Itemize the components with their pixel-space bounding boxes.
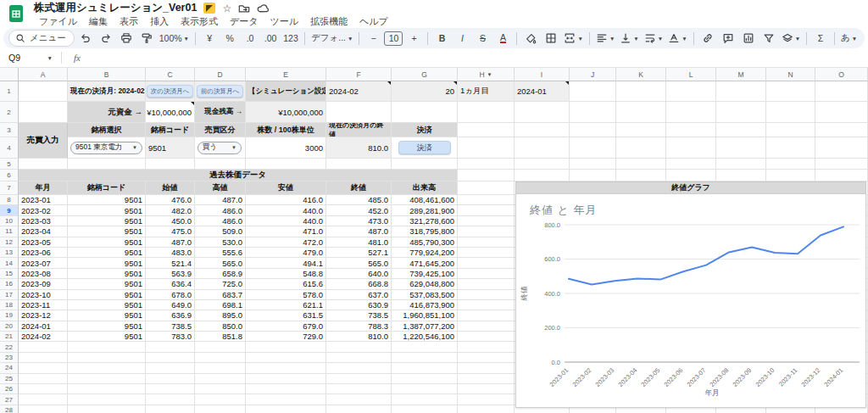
cell[interactable] [666, 170, 716, 181]
cell[interactable] [392, 342, 458, 352]
cell[interactable]: 9501 [68, 195, 146, 205]
cell[interactable] [326, 102, 392, 123]
cell[interactable] [616, 81, 666, 102]
cell[interactable]: 683.7 [195, 290, 246, 300]
cell[interactable] [815, 81, 868, 102]
cell[interactable] [716, 159, 766, 170]
cell-shares[interactable]: 3000 [246, 137, 326, 159]
functions-button[interactable]: Σ [811, 29, 830, 47]
cell[interactable] [570, 123, 616, 137]
cell[interactable]: 1,220,546,100 [392, 332, 458, 342]
cell-current-settlement-month[interactable]: 現在の決済月: 2024-02 [68, 81, 146, 102]
font-select[interactable]: デフォ...▼ [309, 29, 354, 47]
cell[interactable] [458, 405, 515, 413]
cell[interactable] [326, 374, 392, 384]
cell[interactable]: 649.0 [146, 300, 195, 310]
increase-font-size-button[interactable]: + [404, 29, 423, 47]
cell[interactable] [515, 123, 570, 137]
cell[interactable]: 450.0 [146, 216, 195, 226]
cell[interactable] [19, 353, 68, 363]
cell[interactable] [458, 300, 515, 310]
cell[interactable]: 779,924,200 [392, 248, 458, 258]
cell[interactable]: 2023-02 [19, 205, 68, 215]
menu-item[interactable]: 拡張機能 [305, 15, 353, 28]
cell-cash-value[interactable]: ¥10,000,000 [246, 102, 326, 123]
cell[interactable] [246, 405, 326, 413]
cell-header-settle[interactable]: 決済 [392, 123, 458, 137]
cell[interactable]: 621.1 [246, 300, 326, 310]
cell[interactable] [458, 290, 515, 300]
text-rotation-button[interactable]: ▼ [666, 29, 688, 47]
column-header-N[interactable]: N [766, 68, 815, 81]
column-header-G[interactable]: G [392, 68, 458, 81]
insert-comment-button[interactable] [719, 29, 737, 47]
cell[interactable] [815, 137, 868, 159]
cell[interactable] [392, 374, 458, 384]
cell[interactable] [195, 384, 246, 394]
cell[interactable]: 479.0 [246, 248, 326, 258]
cell[interactable] [68, 374, 146, 384]
row-header[interactable]: 4 [0, 137, 19, 159]
cell[interactable] [146, 353, 195, 363]
cell[interactable]: 1,960,851,100 [392, 310, 458, 321]
cell[interactable] [246, 374, 326, 384]
cell[interactable]: 9501 [68, 300, 146, 310]
cell[interactable]: 408,461,600 [392, 195, 458, 205]
cell[interactable]: 658.9 [195, 269, 246, 279]
menu-item[interactable]: 表示 [114, 15, 143, 28]
cell[interactable]: 2023-09 [19, 279, 68, 289]
fill-color-button[interactable] [521, 29, 540, 47]
cell[interactable] [392, 159, 458, 170]
cell[interactable]: 698.1 [195, 300, 246, 310]
cell[interactable]: 9501 [68, 248, 146, 258]
cell[interactable] [146, 374, 195, 384]
menu-item[interactable]: ヘルプ [354, 15, 393, 28]
cell[interactable]: 555.6 [195, 248, 246, 258]
cell[interactable] [458, 195, 515, 205]
cell[interactable] [716, 170, 766, 181]
cell[interactable]: 738.5 [146, 321, 195, 332]
cell[interactable] [570, 137, 616, 159]
row-header[interactable]: 1 [0, 81, 19, 102]
cell[interactable] [19, 159, 68, 170]
row-header[interactable]: 5 [0, 159, 19, 170]
cell[interactable] [458, 248, 515, 258]
cell[interactable] [666, 123, 716, 137]
menu-item[interactable]: ツール [265, 15, 304, 28]
cell[interactable]: 483.0 [146, 248, 195, 258]
cell[interactable] [458, 363, 515, 373]
cell[interactable] [326, 384, 392, 394]
cell[interactable] [195, 374, 246, 384]
cell[interactable]: 578.0 [246, 290, 326, 300]
cell[interactable] [815, 123, 868, 137]
cell[interactable]: 729.0 [246, 332, 326, 342]
cell-header-volume[interactable]: 出来高 [392, 181, 458, 195]
move-folder-icon[interactable] [238, 3, 250, 14]
cell[interactable] [766, 81, 815, 102]
cell[interactable]: 2023-07 [19, 258, 68, 268]
cell-header-shares[interactable]: 株数 / 100株単位 [246, 123, 326, 137]
undo-button[interactable] [76, 29, 95, 47]
cell[interactable]: 487.0 [195, 195, 246, 205]
row-header[interactable]: 13 [0, 248, 19, 258]
borders-button[interactable] [542, 29, 560, 47]
cell[interactable] [458, 159, 515, 170]
cell[interactable]: 548.8 [246, 269, 326, 279]
cell[interactable]: 636.4 [146, 279, 195, 289]
cell[interactable]: 9501 [68, 205, 146, 215]
cell[interactable] [666, 159, 716, 170]
cell[interactable] [458, 226, 515, 237]
cell-header-close[interactable]: 終値 [326, 181, 392, 195]
cell[interactable]: 2023-12 [19, 310, 68, 321]
cell[interactable] [68, 342, 146, 352]
row-header[interactable]: 22 [0, 342, 19, 352]
cell[interactable] [815, 159, 868, 170]
cell[interactable]: 9501 [68, 290, 146, 300]
cell[interactable]: 9501 [68, 321, 146, 332]
cell[interactable]: 629,048,800 [392, 279, 458, 289]
cell-header-code[interactable]: 銘柄コード [68, 181, 146, 195]
cell-header-low[interactable]: 安値 [246, 181, 326, 195]
column-header-A[interactable]: A [19, 68, 68, 81]
cell[interactable] [19, 405, 68, 413]
cell[interactable]: 1,387,077,200 [392, 321, 458, 332]
